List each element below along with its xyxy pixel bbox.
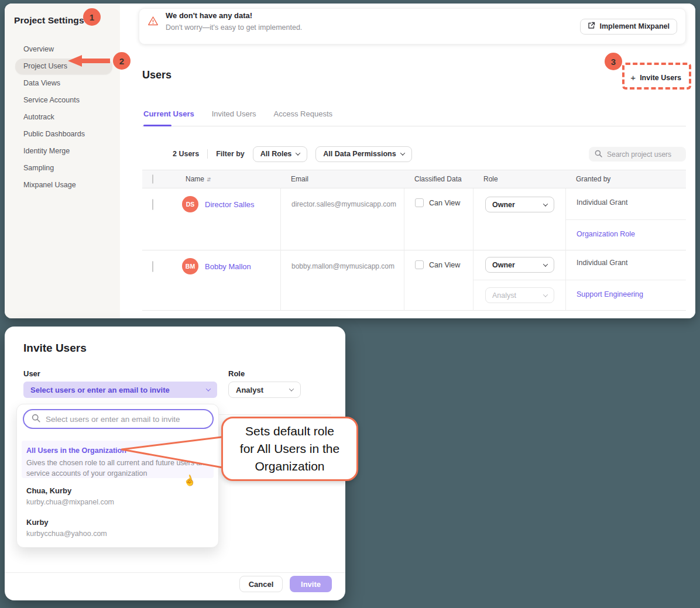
roles-filter-dropdown[interactable]: All Roles xyxy=(253,146,308,162)
chevron-down-icon xyxy=(543,201,548,206)
plus-icon: + xyxy=(630,73,636,83)
row-checkbox[interactable] xyxy=(152,261,153,272)
invite-button[interactable]: Invite xyxy=(290,576,332,592)
granted-by-link[interactable]: Organization Role xyxy=(566,219,686,250)
role-dropdown[interactable]: Owner xyxy=(485,257,554,273)
granted-by-link[interactable]: Support Engineering xyxy=(566,280,686,311)
chevron-down-icon xyxy=(543,262,548,266)
role-field-label: Role xyxy=(228,369,245,378)
sidebar-item-sampling[interactable]: Sampling xyxy=(14,160,120,177)
search-icon xyxy=(595,149,602,160)
filter-by-label: Filter by xyxy=(216,150,245,158)
annotation-step-1-badge: 1 xyxy=(83,8,101,26)
warning-icon xyxy=(147,16,159,29)
tab-access-requests[interactable]: Access Requests xyxy=(273,108,334,126)
email-column-header: Email xyxy=(280,175,404,183)
alert-subtitle: Don't worry—it's easy to get implemented… xyxy=(166,23,580,32)
dropdown-search-input[interactable] xyxy=(46,415,205,424)
chevron-down-icon xyxy=(400,150,404,155)
tab-current-users[interactable]: Current Users xyxy=(142,108,195,126)
sidebar-item-public-dashboards[interactable]: Public Dashboards xyxy=(14,126,120,143)
divider xyxy=(207,149,208,159)
user-email: director.salles@mymusicapp.com xyxy=(280,188,404,250)
avatar: BM xyxy=(182,258,198,274)
name-column-header[interactable]: Name⇵ xyxy=(169,175,280,183)
chevron-down-icon xyxy=(289,386,294,391)
dropdown-search-box xyxy=(23,409,214,429)
row-checkbox[interactable] xyxy=(152,199,153,210)
avatar: DS xyxy=(182,196,198,212)
option-user[interactable]: Chua, Kurby kurby.chua@mixpanel.com xyxy=(26,486,114,506)
can-view-checkbox[interactable] xyxy=(415,198,424,207)
chevron-down-icon xyxy=(296,150,300,155)
users-table: Name⇵ Email Classified Data Role Granted… xyxy=(142,170,686,311)
user-count: 2 Users xyxy=(173,150,199,158)
user-select-dropdown[interactable]: Select users or enter an email to invite xyxy=(23,382,217,398)
no-data-alert-banner: We don't have any data! Don't worry—it's… xyxy=(139,8,686,44)
implement-mixpanel-button[interactable]: Implement Mixpanel xyxy=(580,19,677,35)
users-tabs: Current Users Invited Users Access Reque… xyxy=(142,108,686,126)
role-select-dropdown[interactable]: Analyst xyxy=(228,382,301,398)
annotation-callout: Sets default role for All Users in the O… xyxy=(221,417,358,481)
alert-title: We don't have any data! xyxy=(166,11,580,20)
project-settings-panel: Project Settings Overview Project Users … xyxy=(5,4,695,318)
table-row: BM Bobby Mallon bobby.mallon@mymusicapp.… xyxy=(142,250,686,311)
sidebar-item-autotrack[interactable]: Autotrack xyxy=(14,109,120,126)
annotation-step-2-badge: 2 xyxy=(113,52,131,70)
sidebar-item-data-views[interactable]: Data Views xyxy=(14,75,120,92)
granted-by-value: Individual Grant xyxy=(566,188,686,219)
option-user[interactable]: Kurby kurbycchua@yahoo.com xyxy=(26,518,107,538)
modal-title: Invite Users xyxy=(23,342,87,355)
user-name-link[interactable]: Bobby Mallon xyxy=(205,262,251,271)
table-header-row: Name⇵ Email Classified Data Role Granted… xyxy=(142,170,686,188)
external-link-icon xyxy=(588,22,595,31)
role-dropdown[interactable]: Owner xyxy=(485,197,554,212)
user-select-open-dropdown: All Users in the Organization Gives the … xyxy=(16,404,219,548)
role-dropdown-disabled: Analyst xyxy=(485,287,554,303)
annotation-arrow-icon xyxy=(67,54,111,70)
sidebar-item-mixpanel-usage[interactable]: Mixpanel Usage xyxy=(14,177,120,194)
users-toolbar: 2 Users Filter by All Roles All Data Per… xyxy=(173,146,412,162)
cancel-button[interactable]: Cancel xyxy=(239,576,283,592)
sidebar-title: Project Settings xyxy=(14,15,120,26)
classified-data-column-header: Classified Data xyxy=(404,175,473,183)
granted-by-value: Individual Grant xyxy=(566,250,686,280)
users-page-title: Users xyxy=(142,69,171,81)
role-column-header: Role xyxy=(473,175,565,183)
callout-pointer xyxy=(117,432,228,475)
search-project-users-box xyxy=(589,147,686,162)
can-view-checkbox[interactable] xyxy=(415,260,424,269)
settings-main-content: We don't have any data! Don't worry—it's… xyxy=(120,4,695,318)
sidebar-item-identity-merge[interactable]: Identity Merge xyxy=(14,143,120,160)
invite-users-button[interactable]: + Invite Users xyxy=(630,73,681,83)
chevron-down-icon xyxy=(543,292,548,297)
granted-by-column-header: Granted by xyxy=(565,175,686,183)
select-all-checkbox[interactable] xyxy=(152,174,153,184)
can-view-label: Can View xyxy=(429,199,460,207)
data-permissions-filter-dropdown[interactable]: All Data Permissions xyxy=(315,146,411,162)
tab-invited-users[interactable]: Invited Users xyxy=(211,108,258,126)
user-email: bobby.mallon@mymusicapp.com xyxy=(280,250,404,311)
table-row: DS Director Salles director.salles@mymus… xyxy=(142,188,686,250)
search-icon xyxy=(32,414,40,425)
settings-sidebar: Project Settings Overview Project Users … xyxy=(5,4,120,318)
can-view-label: Can View xyxy=(429,261,460,269)
divider xyxy=(5,572,345,573)
sidebar-item-service-accounts[interactable]: Service Accounts xyxy=(14,92,120,109)
chevron-down-icon xyxy=(206,386,211,391)
annotation-step-3-badge: 3 xyxy=(605,53,622,70)
select-all-checkbox-cell xyxy=(142,175,169,183)
search-project-users-input[interactable] xyxy=(607,150,680,159)
user-field-label: User xyxy=(23,369,40,378)
sort-icon: ⇵ xyxy=(207,177,211,183)
user-name-link[interactable]: Director Salles xyxy=(205,200,255,209)
